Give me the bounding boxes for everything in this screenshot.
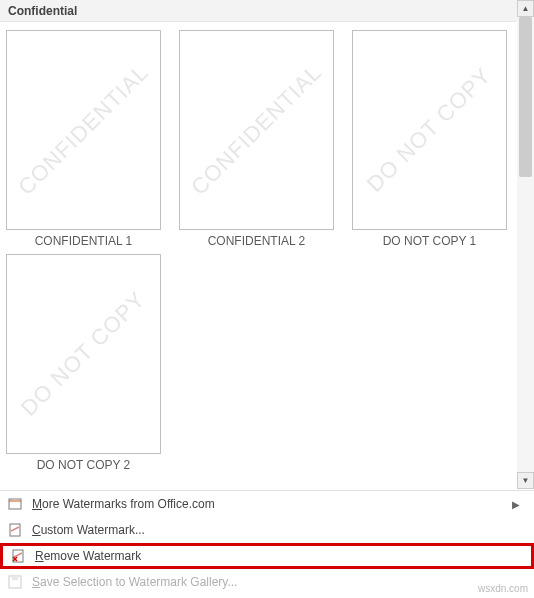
gallery-section-header: Confidential	[0, 0, 517, 22]
menu-label: Remove Watermark	[35, 549, 525, 563]
menu-label: Custom Watermark...	[32, 523, 528, 537]
svg-rect-5	[12, 576, 18, 580]
globe-icon	[6, 495, 24, 513]
watermark-preview-text: DO NOT COPY	[362, 63, 497, 198]
menu-label: Save Selection to Watermark Gallery...	[32, 575, 528, 589]
scroll-down-button[interactable]: ▼	[517, 472, 534, 489]
watermark-caption: CONFIDENTIAL 2	[208, 234, 306, 248]
gallery-grid: CONFIDENTIAL CONFIDENTIAL 1 CONFIDENTIAL…	[0, 22, 517, 486]
page-icon	[6, 521, 24, 539]
gallery-menu: More Watermarks from Office.com ▶ Custom…	[0, 490, 534, 595]
menu-item-more-watermarks[interactable]: More Watermarks from Office.com ▶	[0, 491, 534, 517]
save-gallery-icon	[6, 573, 24, 591]
watermark-item-do-not-copy-1[interactable]: DO NOT COPY DO NOT COPY 1	[352, 30, 507, 248]
watermark-item-confidential-2[interactable]: CONFIDENTIAL CONFIDENTIAL 2	[179, 30, 334, 248]
watermark-preview-text: DO NOT COPY	[16, 287, 151, 422]
watermark-item-do-not-copy-2[interactable]: DO NOT COPY DO NOT COPY 2	[6, 254, 161, 472]
watermark-preview-text: CONFIDENTIAL	[186, 60, 327, 201]
watermark-preview-text: CONFIDENTIAL	[13, 60, 154, 201]
watermark-thumbnail: CONFIDENTIAL	[179, 30, 334, 230]
watermark-gallery: ▲ ▼ Confidential CONFIDENTIAL CONFIDENTI…	[0, 0, 534, 490]
watermark-item-confidential-1[interactable]: CONFIDENTIAL CONFIDENTIAL 1	[6, 30, 161, 248]
watermark-caption: DO NOT COPY 1	[383, 234, 477, 248]
watermark-thumbnail: DO NOT COPY	[6, 254, 161, 454]
watermark-caption: DO NOT COPY 2	[37, 458, 131, 472]
svg-point-1	[11, 500, 12, 501]
menu-label: More Watermarks from Office.com	[32, 497, 512, 511]
gallery-row: CONFIDENTIAL CONFIDENTIAL 1 CONFIDENTIAL…	[6, 30, 511, 248]
chevron-right-icon: ▶	[512, 499, 520, 510]
watermark-thumbnail: DO NOT COPY	[352, 30, 507, 230]
scroll-up-button[interactable]: ▲	[517, 0, 534, 17]
gallery-section-title: Confidential	[8, 4, 77, 18]
watermark-thumbnail: CONFIDENTIAL	[6, 30, 161, 230]
page-remove-icon	[9, 547, 27, 565]
menu-item-save-selection: Save Selection to Watermark Gallery...	[0, 569, 534, 595]
watermark-caption: CONFIDENTIAL 1	[35, 234, 133, 248]
gallery-row: DO NOT COPY DO NOT COPY 2	[6, 254, 511, 472]
scrollbar-thumb[interactable]	[519, 17, 532, 177]
menu-item-custom-watermark[interactable]: Custom Watermark...	[0, 517, 534, 543]
scrollbar-track[interactable]	[517, 17, 534, 472]
menu-item-remove-watermark[interactable]: Remove Watermark	[0, 543, 534, 569]
attribution-text: wsxdn.com	[478, 583, 528, 594]
